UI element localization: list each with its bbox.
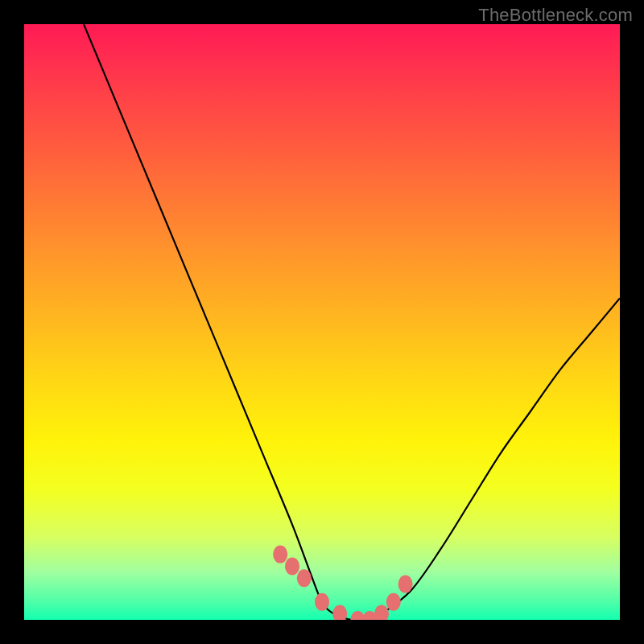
marker-dot — [374, 605, 389, 620]
marker-group — [273, 546, 412, 620]
marker-dot — [386, 593, 401, 611]
plot-area — [24, 24, 620, 620]
watermark-text: TheBottleneck.com — [478, 5, 633, 26]
curve-svg — [24, 24, 620, 620]
marker-dot — [273, 546, 287, 564]
marker-dot — [285, 557, 299, 575]
marker-dot — [297, 569, 312, 587]
chart-frame: TheBottleneck.com — [0, 0, 644, 644]
marker-dot — [332, 605, 347, 620]
marker-dot — [315, 593, 329, 611]
marker-dot — [398, 576, 413, 593]
bottleneck-curve — [84, 24, 620, 620]
